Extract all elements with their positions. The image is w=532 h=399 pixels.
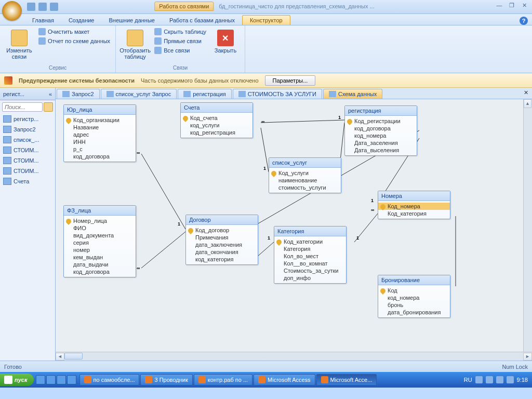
table-header[interactable]: ФЗ_лица <box>64 206 136 216</box>
qat-redo-icon[interactable] <box>50 3 58 11</box>
direct-relations-button[interactable]: Прямые связи <box>153 37 207 45</box>
taskbar-item[interactable]: Microsoft Acce... <box>316 374 377 385</box>
tray-icon[interactable] <box>496 376 503 383</box>
minimize-button[interactable]: — <box>495 2 504 9</box>
field[interactable]: адрес <box>64 131 136 138</box>
field[interactable]: Название <box>64 124 136 131</box>
field[interactable]: дата_бронирования <box>378 309 450 316</box>
nav-item[interactable]: СТОИМ... <box>0 166 55 176</box>
nav-search-input[interactable] <box>2 102 43 112</box>
field[interactable]: наименование <box>269 177 341 184</box>
field[interactable]: вид_документа <box>64 232 136 239</box>
field[interactable]: Код_счета <box>181 114 252 122</box>
table-header[interactable]: Бронирование <box>378 275 450 285</box>
nav-item[interactable]: СТОИМ... <box>0 145 55 155</box>
field[interactable]: кем_выдан <box>64 254 136 261</box>
horizontal-scrollbar[interactable]: ◄ ► <box>56 352 532 361</box>
ribbon-tab-dbtools[interactable]: Работа с базами данных <box>162 16 242 25</box>
show-table-button[interactable]: Отобразить таблицу <box>120 28 150 60</box>
all-relations-button[interactable]: Все связи <box>153 46 207 55</box>
table-header[interactable]: Номера <box>378 191 450 201</box>
field[interactable]: код_услуги <box>181 122 252 129</box>
field[interactable]: код_договора <box>64 268 136 275</box>
field[interactable]: доп_инфо <box>274 274 346 282</box>
field[interactable]: код_категория <box>186 256 258 263</box>
nav-item[interactable]: список_... <box>0 135 55 145</box>
search-go-icon[interactable] <box>44 102 53 112</box>
table-Счета[interactable]: СчетаКод_счетакод_услугикод_регистрация <box>180 102 253 138</box>
ribbon-tab-design[interactable]: Конструктор <box>242 15 290 25</box>
field[interactable]: Номер_лица <box>64 217 136 224</box>
hide-table-button[interactable]: Скрыть таблицу <box>153 28 207 36</box>
doc-tab-0[interactable]: Запрос2 <box>57 89 100 99</box>
field[interactable]: Код_категория <box>378 210 450 217</box>
doc-tab-4[interactable]: Схема данных <box>323 89 382 99</box>
field[interactable]: Код_услуги <box>269 169 341 177</box>
field[interactable]: Категория <box>274 245 346 252</box>
ql-ie-icon[interactable] <box>36 375 45 384</box>
field[interactable]: дата_выдачи <box>64 261 136 268</box>
field[interactable]: код_номера <box>345 132 417 139</box>
edit-relations-button[interactable]: Изменить связи <box>4 28 34 60</box>
field[interactable]: Код_регистрации <box>345 117 417 125</box>
field[interactable]: ИНН <box>64 138 136 145</box>
field[interactable]: Кол_во_мест <box>274 252 346 260</box>
restore-button[interactable]: ❐ <box>507 2 516 9</box>
tray-icon[interactable] <box>486 376 493 383</box>
relations-canvas[interactable]: ∞ 1 ∞ ∞ 1 1 ∞ 1 1 ∞ 1 ∞ Юр_лицаКод_орган… <box>56 99 532 352</box>
table-регистрация[interactable]: регистрацияКод_регистрациикод_договорако… <box>344 105 417 156</box>
field[interactable]: Дата_заселения <box>345 139 417 147</box>
ql-firefox-icon[interactable] <box>57 375 66 384</box>
taskbar-item[interactable]: Microsoft Access <box>254 374 315 385</box>
ribbon-tab-home[interactable]: Главная <box>25 16 61 25</box>
scroll-thumb[interactable] <box>64 353 83 360</box>
close-button[interactable]: ✕ <box>520 2 529 9</box>
field[interactable]: дата_заключения <box>186 241 258 248</box>
table-Договор[interactable]: ДоговорКод_договорПримечаниядата_заключе… <box>185 215 258 265</box>
doc-tab-2[interactable]: регистрация <box>178 89 232 99</box>
field[interactable]: бронь <box>378 301 450 309</box>
table-header[interactable]: регистрация <box>345 106 417 116</box>
field[interactable]: Код <box>378 287 450 294</box>
table-Бронирование[interactable]: БронированиеКодкод_номераброньдата_брони… <box>378 275 450 318</box>
table-header[interactable]: Счета <box>181 103 252 113</box>
table-список_услуг[interactable]: список_услугКод_услугинаименованиестоимо… <box>269 157 341 193</box>
table-Юр_лица[interactable]: Юр_лицаКод_организацииНазваниеадресИННр_… <box>63 104 136 162</box>
field[interactable]: код_регистрация <box>181 129 252 136</box>
field[interactable]: Код_номера <box>378 203 450 210</box>
clock[interactable]: 9:18 <box>517 377 528 383</box>
ribbon-tab-create[interactable]: Создание <box>61 16 102 25</box>
taskbar-item[interactable]: 3 Проводник <box>140 374 192 385</box>
taskbar-item[interactable]: контр.раб по ... <box>194 374 252 385</box>
field[interactable]: Примечания <box>186 234 258 241</box>
field[interactable]: Дата_выселения <box>345 147 417 154</box>
table-ФЗ_лица[interactable]: ФЗ_лицаНомер_лицаФИОвид_документасерияно… <box>63 205 136 277</box>
help-icon[interactable]: ? <box>520 17 528 25</box>
field[interactable]: Код_категории <box>274 238 346 245</box>
close-design-button[interactable]: ✕Закрыть <box>210 28 241 54</box>
nav-item[interactable]: СТОИМ... <box>0 155 55 166</box>
security-options-button[interactable]: Параметры... <box>265 75 316 86</box>
close-tab-button[interactable]: ✕ <box>522 89 530 98</box>
nav-item[interactable]: регистр... <box>0 114 55 124</box>
ql-desktop-icon[interactable] <box>46 375 56 384</box>
field[interactable]: р_с <box>64 145 136 153</box>
clear-layout-button[interactable]: Очистить макет <box>37 28 111 36</box>
lang-indicator[interactable]: RU <box>464 377 472 383</box>
qat-undo-icon[interactable] <box>38 3 47 11</box>
table-header[interactable]: Категория <box>274 227 346 236</box>
vertical-scrollbar[interactable]: ▲ <box>523 99 532 352</box>
field[interactable]: Кол__во_комнат <box>274 260 346 267</box>
field[interactable]: код_договора <box>64 153 136 160</box>
start-button[interactable]: пуск <box>0 374 34 386</box>
field[interactable]: серия <box>64 239 136 246</box>
doc-tab-1[interactable]: список_услуг Запрос <box>101 89 177 99</box>
tray-icon[interactable] <box>507 376 514 383</box>
table-Категория[interactable]: КатегорияКод_категорииКатегорияКол_во_ме… <box>274 226 347 284</box>
doc-tab-3[interactable]: СТОИМОСТЬ ЗА УСЛУГИ <box>233 89 322 99</box>
tray-icon[interactable] <box>475 376 483 383</box>
qat-save-icon[interactable] <box>27 3 35 11</box>
relation-report-button[interactable]: Отчет по схеме данных <box>37 37 111 45</box>
table-header[interactable]: Юр_лица <box>64 105 136 115</box>
field[interactable]: Код_организации <box>64 116 136 124</box>
